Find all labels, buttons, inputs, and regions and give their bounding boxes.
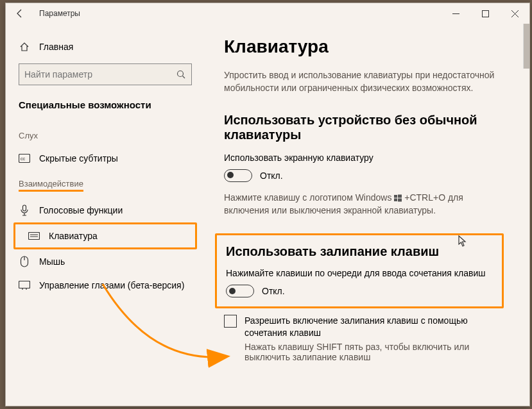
- svg-text:cc: cc: [21, 156, 26, 161]
- nav-keyboard[interactable]: Клавиатура: [13, 222, 197, 249]
- svg-rect-15: [394, 195, 397, 198]
- sticky-shortcut-checkbox[interactable]: [224, 315, 237, 328]
- nav-home[interactable]: Главная: [6, 42, 205, 63]
- nav-captions-label: Скрытые субтитры: [39, 153, 118, 163]
- nav-eye-control[interactable]: Управление глазами (бета-версия): [6, 274, 205, 297]
- nav-mouse-label: Мышь: [39, 256, 65, 267]
- search-box[interactable]: [19, 63, 192, 85]
- svg-line-3: [183, 76, 185, 79]
- sticky-shortcut-hint: Нажать клавишу SHIFT пять раз, чтобы вкл…: [245, 342, 510, 362]
- sticky-shortcut-checkbox-row[interactable]: Разрешить включение залипания клавиш с п…: [224, 315, 510, 362]
- titlebar: Параметры: [6, 3, 529, 24]
- nav-keyboard-label: Клавиатура: [49, 231, 98, 241]
- svg-rect-12: [19, 281, 30, 288]
- nav-home-label: Главная: [39, 42, 73, 52]
- page-subtitle: Упростить ввод и использование клавиатур…: [224, 69, 510, 95]
- mouse-icon: [19, 256, 30, 267]
- window-title: Параметры: [39, 9, 441, 18]
- nav-speech-label: Голосовые функции: [39, 205, 123, 215]
- nav-closed-captions[interactable]: cc Скрытые субтитры: [6, 147, 205, 170]
- sidebar: Главная Специальные возможности Слух cc …: [6, 24, 205, 406]
- close-button[interactable]: [500, 3, 529, 24]
- scrollbar[interactable]: [523, 24, 529, 69]
- eye-control-icon: [19, 281, 30, 290]
- section-title: Специальные возможности: [6, 99, 205, 122]
- svg-rect-7: [29, 233, 40, 240]
- nav-eyecontrol-label: Управление глазами (бета-версия): [39, 280, 184, 290]
- sticky-heading: Использовать залипание клавиш: [226, 244, 493, 259]
- svg-point-2: [178, 71, 184, 77]
- search-input[interactable]: [24, 69, 176, 79]
- back-button[interactable]: [15, 8, 30, 19]
- maximize-button[interactable]: [470, 3, 500, 24]
- nav-mouse[interactable]: Мышь: [6, 249, 205, 274]
- osk-toggle-label: Использовать экранную клавиатуру: [224, 153, 510, 163]
- osk-heading: Использовать устройство без обычной клав…: [224, 113, 510, 142]
- settings-window: Параметры Главная Специальные возможност…: [5, 3, 530, 406]
- sticky-toggle-state: Откл.: [262, 286, 285, 296]
- osk-toggle[interactable]: [224, 169, 252, 182]
- home-icon: [19, 42, 30, 52]
- osk-hint: Нажмите клавишу с логотипом Windows +CTR…: [224, 191, 510, 217]
- svg-rect-1: [482, 10, 488, 17]
- search-icon: [176, 69, 186, 79]
- group-hearing: Слух: [6, 122, 205, 147]
- sticky-shortcut-label: Разрешить включение залипания клавиш с п…: [245, 315, 510, 339]
- main-content[interactable]: Клавиатура Упростить ввод и использовани…: [205, 24, 529, 406]
- cursor-icon: [458, 235, 467, 247]
- svg-rect-6: [23, 205, 26, 211]
- sticky-toggle[interactable]: [226, 285, 254, 297]
- sticky-toggle-label: Нажимайте клавиши по очереди для ввода с…: [226, 268, 493, 278]
- windows-logo-icon: [394, 194, 402, 202]
- minimize-button[interactable]: [441, 3, 470, 24]
- captions-icon: cc: [19, 154, 30, 163]
- page-title: Клавиатура: [224, 37, 510, 57]
- group-interaction: Взаимодействие: [6, 170, 205, 198]
- osk-toggle-state: Откл.: [260, 171, 283, 181]
- nav-speech[interactable]: Голосовые функции: [6, 198, 205, 222]
- microphone-icon: [19, 204, 30, 216]
- keyboard-icon: [28, 232, 40, 240]
- svg-rect-17: [394, 198, 397, 201]
